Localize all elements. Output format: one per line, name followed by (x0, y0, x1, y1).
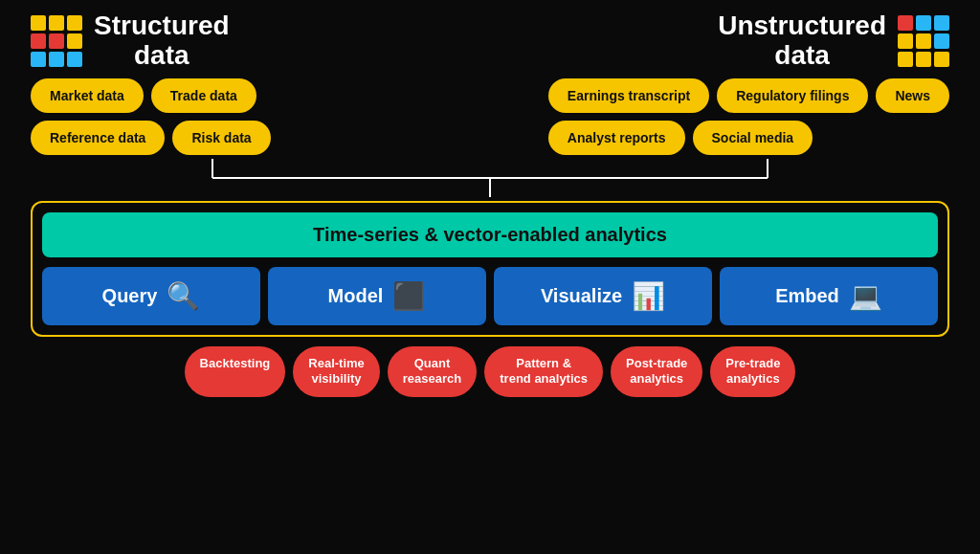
unstructured-header: Unstructured data (718, 11, 949, 71)
embed-button[interactable]: Embed 💻 (720, 267, 938, 325)
analytics-box: Time-series & vector-enabled analytics Q… (31, 201, 949, 337)
pill-backtesting: Backtesting (185, 346, 286, 398)
pill-regulatory: Regulatory filings (717, 78, 868, 113)
pills-section: Market data Trade data Reference data Ri… (21, 78, 959, 155)
diagram: Structured data Unstructured data Market… (21, 11, 959, 543)
model-label: Model (328, 285, 384, 307)
pill-risk-data: Risk data (172, 121, 270, 155)
pill-trade-data: Trade data (151, 78, 256, 113)
structured-title: Structured data (94, 11, 230, 71)
pill-posttrade: Post-trade analytics (611, 346, 702, 398)
embed-label: Embed (775, 285, 839, 307)
action-buttons: Query 🔍 Model ⬛ Visualize 📊 Embed 💻 (42, 267, 938, 325)
query-label: Query (102, 285, 158, 307)
structured-icon (31, 15, 82, 67)
structured-header: Structured data (31, 11, 230, 71)
structured-pills: Market data Trade data Reference data Ri… (31, 78, 271, 155)
unstructured-title: Unstructured data (718, 11, 886, 71)
analytics-title: Time-series & vector-enabled analytics (42, 212, 938, 257)
visualize-icon: 📊 (632, 280, 665, 312)
bottom-pills: Backtesting Real-time visibility Quant r… (21, 346, 959, 398)
pill-reference-data: Reference data (31, 121, 165, 155)
connector-area (21, 159, 959, 197)
pill-market-data: Market data (31, 78, 144, 113)
query-button[interactable]: Query 🔍 (42, 267, 260, 325)
top-section: Structured data Unstructured data (21, 11, 959, 71)
visualize-label: Visualize (541, 285, 622, 307)
pill-social-media: Social media (693, 121, 813, 155)
visualize-button[interactable]: Visualize 📊 (494, 267, 712, 325)
pill-realtime: Real-time visibility (293, 346, 380, 398)
pill-pattern: Pattern & trend analytics (484, 346, 603, 398)
pill-earnings: Earnings transcript (548, 78, 709, 113)
pill-pretrade: Pre-trade analytics (710, 346, 795, 398)
model-button[interactable]: Model ⬛ (268, 267, 486, 325)
query-icon: 🔍 (167, 280, 200, 312)
pill-analyst: Analyst reports (548, 121, 685, 155)
unstructured-pills: Earnings transcript Regulatory filings N… (548, 78, 949, 155)
embed-icon: 💻 (849, 280, 882, 312)
unstructured-icon (898, 15, 949, 67)
model-icon: ⬛ (392, 280, 426, 312)
pill-quant: Quant reasearch (388, 346, 477, 398)
pill-news: News (876, 78, 949, 113)
